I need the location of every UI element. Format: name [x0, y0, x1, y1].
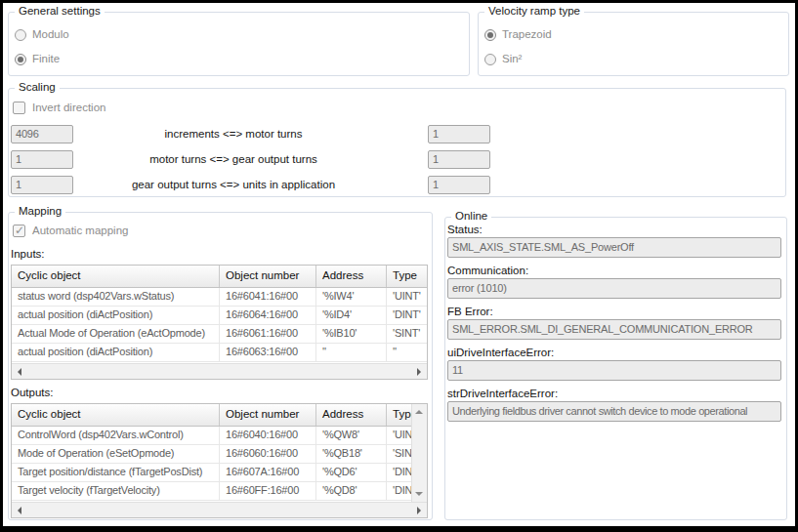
scroll-left-icon[interactable]: [18, 507, 21, 514]
cell-address: '%IB10': [316, 325, 387, 343]
str-drive-interface-error-value-field[interactable]: Underlying fieldbus driver cannot switch…: [447, 401, 781, 422]
cell-address: '%QD8': [316, 482, 387, 500]
invert-direction-label[interactable]: Invert direction: [32, 102, 105, 113]
cell-object-number: 16#607A:16#00: [220, 464, 316, 481]
str-drive-interface-error-label: strDriveInterfaceError:: [447, 388, 558, 399]
cell-type: 'DINT': [387, 307, 427, 324]
scroll-right-icon[interactable]: [417, 507, 421, 514]
table-row[interactable]: Actual Mode of Operation (eActOpmode) 16…: [12, 325, 427, 344]
column-header-cyclic-object[interactable]: Cyclic object: [12, 266, 220, 287]
modulo-radio[interactable]: [15, 29, 26, 41]
table-row[interactable]: ControlWord (dsp402Vars.wControl) 16#604…: [12, 427, 427, 445]
cell-cyclic-object: actual position (diActPosition): [12, 307, 220, 324]
cell-type: 'UINT': [387, 288, 427, 306]
inputs-table-header: Cyclic object Object number Address Type: [12, 266, 427, 288]
inputs-table: Cyclic object Object number Address Type…: [11, 265, 428, 380]
cell-cyclic-object: ControlWord (dsp402Vars.wControl): [12, 427, 220, 444]
sin2-radio[interactable]: [484, 54, 496, 65]
column-header-type[interactable]: Type: [387, 266, 427, 287]
ui-drive-interface-error-value-field[interactable]: 11: [447, 360, 781, 381]
cell-address: '%QW8': [316, 427, 387, 444]
scroll-left-icon[interactable]: [18, 368, 21, 376]
status-label: Status:: [447, 224, 483, 235]
column-header-address[interactable]: Address: [316, 404, 387, 426]
motor-turns-input[interactable]: 1: [428, 125, 490, 143]
table-row[interactable]: Target position/distance (fTargetPosDist…: [12, 464, 427, 482]
increments-motor-turns-label: increments <=> motor turns: [38, 128, 429, 140]
cell-address: '%ID4': [316, 307, 387, 324]
velocity-ramp-type-title: Velocity ramp type: [484, 5, 584, 17]
modulo-radio-label[interactable]: Modulo: [32, 28, 69, 40]
cell-cyclic-object: Actual Mode of Operation (eActOpmode): [12, 325, 220, 343]
scaling-title: Scaling: [15, 81, 60, 93]
cell-cyclic-object: Mode of Operation (eSetOpmode): [12, 445, 220, 463]
outputs-label: Outputs:: [11, 387, 53, 398]
mapping-title: Mapping: [15, 205, 65, 217]
mapping-group: Mapping Automatic mapping Inputs: Cyclic…: [8, 212, 433, 520]
finite-radio-label[interactable]: Finite: [32, 53, 60, 64]
outputs-horizontal-scrollbar[interactable]: [12, 502, 427, 517]
cell-object-number: 16#6064:16#00: [220, 307, 316, 324]
cell-object-number: 16#6060:16#00: [220, 445, 316, 463]
cell-cyclic-object: actual position (diActPosition): [12, 344, 220, 361]
invert-direction-checkbox[interactable]: [13, 102, 25, 114]
fb-error-value-field[interactable]: SML_ERROR.SML_DI_GENERAL_COMMUNICATION_E…: [447, 319, 781, 340]
velocity-ramp-type-group: Velocity ramp type Trapezoid Sin²: [478, 12, 789, 76]
automatic-mapping-label[interactable]: Automatic mapping: [32, 225, 128, 236]
fb-error-label: FB Error:: [447, 306, 493, 317]
scroll-down-icon[interactable]: [415, 492, 423, 496]
cell-address: '': [316, 344, 387, 361]
cell-object-number: 16#6040:16#00: [220, 427, 316, 444]
table-row[interactable]: status word (dsp402Vars.wStatus) 16#6041…: [12, 288, 427, 307]
column-header-object-number[interactable]: Object number: [220, 404, 316, 426]
table-row[interactable]: Target velocity (fTargetVelocity) 16#60F…: [12, 482, 427, 501]
column-header-address[interactable]: Address: [316, 266, 387, 287]
general-settings-title: General settings: [15, 5, 105, 17]
cell-cyclic-object: Target position/distance (fTargetPosDist…: [12, 464, 220, 481]
cell-type: '': [387, 344, 427, 361]
gear-units-label: gear output turns <=> units in applicati…: [38, 179, 429, 190]
cell-object-number: 16#6063:16#00: [220, 344, 316, 361]
communication-value-field[interactable]: error (1010): [447, 278, 781, 299]
status-value-field[interactable]: SML_AXIS_STATE.SML_AS_PowerOff: [447, 237, 781, 258]
outputs-table: Cyclic object Object number Address Type…: [11, 403, 428, 518]
trapezoid-radio-label[interactable]: Trapezoid: [502, 28, 552, 40]
cell-address: '%QD6': [316, 464, 387, 481]
gear-output-turns-input[interactable]: 1: [428, 150, 490, 169]
table-row[interactable]: Mode of Operation (eSetOpmode) 16#6060:1…: [12, 445, 427, 464]
scroll-up-icon[interactable]: [415, 410, 423, 414]
column-header-cyclic-object[interactable]: Cyclic object: [12, 404, 220, 426]
cell-object-number: 16#6041:16#00: [220, 288, 316, 306]
online-group: Online Status: SML_AXIS_STATE.SML_AS_Pow…: [444, 217, 787, 520]
ui-drive-interface-error-label: uiDriveInterfaceError:: [447, 347, 554, 358]
cell-address: '%IW4': [316, 288, 387, 306]
finite-radio[interactable]: [15, 54, 26, 65]
inputs-label: Inputs:: [11, 248, 45, 260]
cell-type: 'SINT': [387, 325, 427, 343]
cell-cyclic-object: status word (dsp402Vars.wStatus): [12, 288, 220, 306]
softmotion-drive-config-page: General settings Modulo Finite Velocity …: [0, 0, 798, 532]
table-row[interactable]: actual position (diActPosition) 16#6063:…: [12, 344, 427, 362]
trapezoid-radio[interactable]: [484, 29, 496, 41]
sin2-radio-label[interactable]: Sin²: [502, 53, 522, 64]
units-in-application-input[interactable]: 1: [428, 176, 490, 194]
automatic-mapping-checkbox[interactable]: [13, 225, 25, 237]
scroll-right-icon[interactable]: [417, 368, 421, 376]
general-settings-group: General settings Modulo Finite: [8, 12, 470, 76]
outputs-vertical-scrollbar[interactable]: [411, 404, 427, 502]
motor-gear-turns-label: motor turns <=> gear output turns: [38, 153, 429, 165]
scaling-group: Scaling Invert direction 4096 increments…: [8, 88, 786, 197]
table-row[interactable]: actual position (diActPosition) 16#6064:…: [12, 307, 427, 325]
communication-label: Communication:: [447, 265, 528, 276]
inputs-horizontal-scrollbar[interactable]: [12, 363, 427, 379]
column-header-object-number[interactable]: Object number: [220, 266, 316, 287]
cell-cyclic-object: Target velocity (fTargetVelocity): [12, 482, 220, 500]
cell-object-number: 16#60FF:16#00: [220, 482, 316, 500]
online-title: Online: [451, 210, 491, 222]
cell-address: '%QB18': [316, 445, 387, 463]
cell-object-number: 16#6061:16#00: [220, 325, 316, 343]
outputs-table-header: Cyclic object Object number Address Type: [12, 404, 427, 427]
